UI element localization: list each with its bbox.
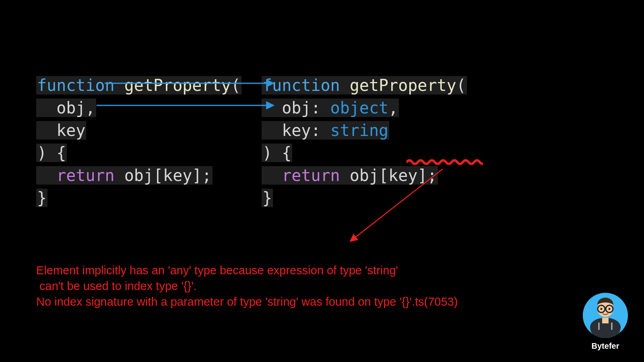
svg-point-4 [601, 308, 603, 310]
error-line-2: can't be used to index type '{}'. [36, 280, 197, 292]
function-name: getProperty [124, 76, 231, 95]
obj-ident: obj [124, 166, 153, 185]
param-obj: obj [56, 99, 85, 117]
avatar-icon [583, 293, 628, 338]
close-paren: ) [262, 144, 272, 162]
code-right: function getProperty( obj: object, key: … [262, 51, 467, 209]
svg-rect-6 [602, 318, 609, 323]
key-ident: key [388, 166, 417, 185]
bracket-open: [ [153, 166, 163, 185]
brace-open: { [56, 144, 66, 162]
keyword-function: function [262, 76, 340, 95]
avatar [583, 293, 628, 338]
param-obj: obj [282, 99, 311, 117]
param-key: key [282, 121, 311, 140]
open-paren: ( [231, 76, 241, 95]
code-left: function getProperty( obj, key ) { retur… [36, 51, 242, 209]
keyword-return: return [282, 166, 340, 185]
function-name: getProperty [350, 76, 456, 95]
obj-ident: obj [350, 166, 379, 185]
type-object: object [330, 99, 389, 117]
error-message: Element implicitly has an 'any' type bec… [36, 247, 458, 310]
bracket-close: ] [192, 166, 202, 185]
brace-open: { [282, 144, 291, 162]
comma: , [85, 99, 95, 117]
keyword-return: return [56, 166, 115, 185]
error-line-3: No index signature with a parameter of t… [36, 295, 458, 308]
svg-point-5 [609, 308, 611, 310]
param-key: key [56, 121, 85, 140]
brace-close: } [37, 189, 47, 207]
author-name: Bytefer [583, 341, 628, 351]
error-squiggle-icon [407, 159, 483, 165]
close-paren: ) [37, 144, 47, 162]
bracket-open: [ [379, 166, 388, 185]
type-string: string [330, 121, 389, 140]
keyword-function: function [37, 76, 115, 95]
error-line-1: Element implicitly has an 'any' type bec… [36, 264, 398, 277]
bracket-close: ] [417, 166, 427, 185]
key-ident: key [163, 166, 192, 185]
colon: : [311, 99, 320, 117]
brace-close: } [262, 189, 272, 207]
colon: : [311, 121, 320, 140]
open-paren: ( [456, 76, 466, 95]
comma: , [388, 99, 398, 117]
semicolon: ; [202, 166, 211, 185]
semicolon: ; [427, 166, 437, 185]
